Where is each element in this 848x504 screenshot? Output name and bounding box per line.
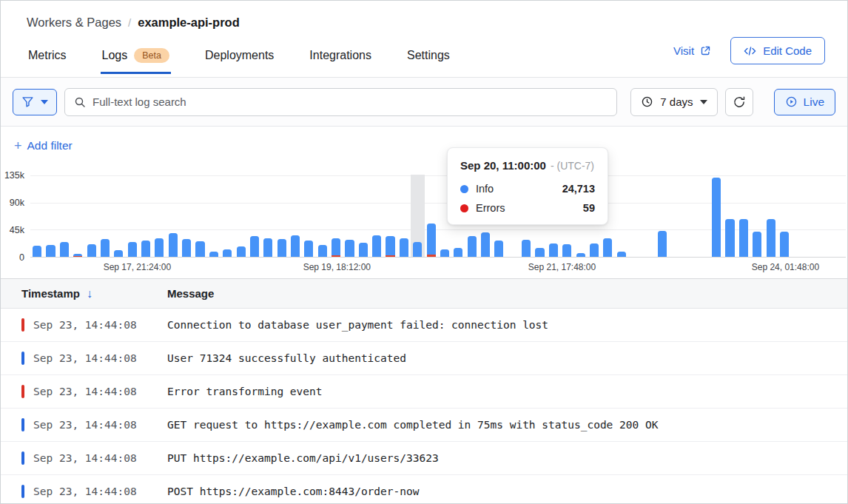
chart-bar-slot[interactable] <box>818 175 832 257</box>
chart-bar-slot[interactable] <box>723 175 736 257</box>
chart-bar-slot[interactable] <box>193 175 206 257</box>
error-level-indicator <box>21 318 24 332</box>
chart-bar-slot[interactable] <box>682 175 696 257</box>
info-bar-segment <box>576 253 585 257</box>
chart-bar-slot[interactable] <box>30 175 44 257</box>
column-header-timestamp[interactable]: Timestamp ↓ <box>21 287 167 300</box>
visit-link[interactable]: Visit <box>673 44 711 57</box>
add-filter-button[interactable]: + Add filter <box>14 139 73 152</box>
chart-bar-slot[interactable] <box>628 175 642 257</box>
chart-bar-slot[interactable] <box>804 175 818 257</box>
log-row[interactable]: Sep 23, 14:44:08GET request to https://e… <box>1 409 847 442</box>
chart-bar <box>141 241 150 257</box>
info-bar-segment <box>753 232 761 257</box>
chart-bar-slot[interactable] <box>614 175 627 257</box>
time-range-button[interactable]: 7 days <box>630 88 717 116</box>
chart-bar-slot[interactable] <box>248 175 261 257</box>
tab-metrics[interactable]: Metrics <box>27 44 68 74</box>
chart-bar-slot[interactable] <box>696 175 710 257</box>
chart-bar-slot[interactable] <box>750 175 764 257</box>
chart-bar <box>427 224 436 257</box>
log-message: PUT https://example.com/api/v1/users/336… <box>167 452 439 464</box>
chart-bar <box>345 240 354 257</box>
edit-code-button[interactable]: Edit Code <box>730 37 825 64</box>
chart-bar-slot[interactable] <box>44 175 57 257</box>
search-input[interactable] <box>92 95 608 108</box>
info-bar-segment <box>209 252 218 257</box>
y-tick-label: 135k <box>4 170 24 181</box>
chart-bar <box>386 236 394 257</box>
funnel-icon <box>21 95 34 108</box>
chart-bar-slot[interactable] <box>71 175 84 257</box>
chart-bar-slot[interactable] <box>656 175 669 257</box>
chart-bar <box>332 238 340 257</box>
chart-bar-slot[interactable] <box>343 175 356 257</box>
time-range-label: 7 days <box>660 95 693 108</box>
chart-bar-slot[interactable] <box>221 175 234 257</box>
tab-integrations[interactable]: Integrations <box>308 44 373 74</box>
chart-bar-slot[interactable] <box>411 175 424 257</box>
chart-bar <box>87 244 96 257</box>
chart-bar-slot[interactable] <box>207 175 221 257</box>
refresh-button[interactable] <box>725 88 753 116</box>
chart-bar-slot[interactable] <box>764 175 777 257</box>
info-bar-segment <box>590 243 599 257</box>
chart-bar-slot[interactable] <box>126 175 139 257</box>
info-bar-segment <box>345 240 354 257</box>
chart-bar <box>603 238 612 257</box>
log-row[interactable]: Sep 23, 14:44:08User 71324 successfully … <box>1 342 847 375</box>
chart-bar-slot[interactable] <box>180 175 193 257</box>
log-message: Connection to database user_payment fail… <box>167 319 548 331</box>
chart-bar-slot[interactable] <box>642 175 655 257</box>
chart-bar-slot[interactable] <box>383 175 397 257</box>
workers-logs-page: Workers & Pages / example-api-prod Metri… <box>0 0 848 504</box>
info-bar-segment <box>413 242 422 257</box>
breadcrumb-section[interactable]: Workers & Pages <box>27 16 121 30</box>
tab-logs[interactable]: LogsBeta <box>101 44 171 74</box>
tab-settings[interactable]: Settings <box>406 44 451 74</box>
chart-bar-slot[interactable] <box>397 175 411 257</box>
chart-bar-slot[interactable] <box>669 175 682 257</box>
tooltip-rows: Info24,713Errors59 <box>460 183 595 214</box>
info-bar-segment <box>359 243 368 257</box>
sort-desc-icon[interactable]: ↓ <box>87 287 92 300</box>
chart-bar-slot[interactable] <box>710 175 723 257</box>
chart-bar-slot[interactable] <box>289 175 302 257</box>
chart-bar-slot[interactable] <box>778 175 791 257</box>
chart-bar-slot[interactable] <box>424 175 437 257</box>
log-row[interactable]: Sep 23, 14:44:08Error transforming event <box>1 375 847 409</box>
chart-bar-slot[interactable] <box>152 175 166 257</box>
chart-bar-slot[interactable] <box>370 175 383 257</box>
clock-icon <box>641 95 653 108</box>
chart-bar-slot[interactable] <box>166 175 180 257</box>
log-row[interactable]: Sep 23, 14:44:08POST https://example.com… <box>1 475 847 504</box>
chart-bar-slot[interactable] <box>261 175 275 257</box>
chart-bar-slot[interactable] <box>58 175 71 257</box>
table-body: Sep 23, 14:44:08Connection to database u… <box>1 309 847 504</box>
chart-bar-slot[interactable] <box>832 175 845 257</box>
external-link-icon <box>700 45 711 56</box>
log-row[interactable]: Sep 23, 14:44:08PUT https://example.com/… <box>1 442 847 475</box>
log-row[interactable]: Sep 23, 14:44:08Connection to database u… <box>1 309 847 342</box>
chart-bar-slot[interactable] <box>234 175 247 257</box>
log-table: Timestamp ↓ Message Sep 23, 14:44:08Conn… <box>1 278 847 504</box>
chart-bar-slot[interactable] <box>275 175 288 257</box>
chart-bar-slot[interactable] <box>329 175 343 257</box>
info-bar-segment <box>263 238 272 257</box>
chart-bar-slot[interactable] <box>316 175 329 257</box>
info-bar-segment <box>454 248 462 257</box>
chart-bar-slot[interactable] <box>84 175 98 257</box>
chart-bar-slot[interactable] <box>98 175 112 257</box>
chart-bar-slot[interactable] <box>791 175 804 257</box>
chart-bar <box>169 233 178 257</box>
tooltip-timezone: - (UTC-7) <box>551 160 594 172</box>
chart-bar-slot[interactable] <box>302 175 315 257</box>
filter-menu-button[interactable] <box>13 89 57 115</box>
chart-bar-slot[interactable] <box>112 175 125 257</box>
chart-bar-slot[interactable] <box>139 175 152 257</box>
tab-deployments[interactable]: Deployments <box>203 44 275 74</box>
chart-bar-slot[interactable] <box>357 175 370 257</box>
live-button[interactable]: Live <box>774 89 835 115</box>
chart-bar-slot[interactable] <box>737 175 750 257</box>
add-filter-label: Add filter <box>27 139 73 152</box>
